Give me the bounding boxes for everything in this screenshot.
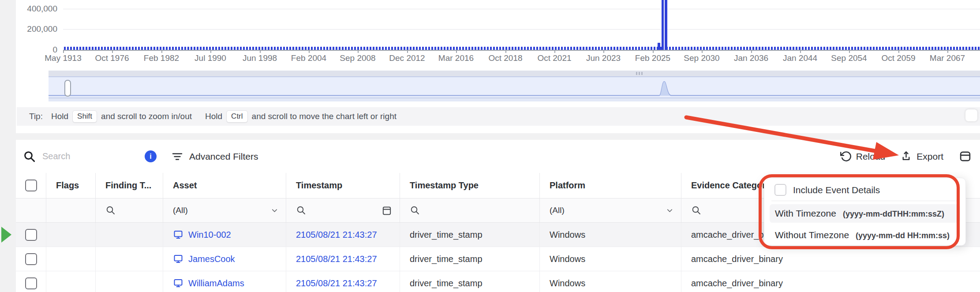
asset-cell[interactable]: WilliamAdams — [163, 271, 286, 292]
option-label: With Timezone — [775, 208, 836, 219]
timestamp-type-cell: driver_time_stamp — [400, 271, 540, 292]
select-all-checkbox[interactable] — [25, 180, 37, 191]
platform-value: Windows — [550, 230, 585, 240]
platform-cell: Windows — [540, 271, 681, 292]
column-header-platform[interactable]: Platform — [540, 173, 681, 198]
reload-label: Reload — [856, 151, 886, 162]
gridline-200k — [63, 29, 980, 30]
x-axis-label: Feb 2004 — [291, 53, 326, 63]
flags-cell — [46, 223, 96, 247]
asset-link[interactable]: JamesCook — [188, 254, 235, 264]
x-axis-tick — [63, 50, 64, 53]
x-axis-label: Feb 2025 — [635, 53, 670, 63]
filter-cell-timestamp-type[interactable] — [400, 198, 540, 222]
asset-cell[interactable]: JamesCook — [163, 247, 286, 271]
column-header-timestamp-type[interactable]: Timestamp Type — [400, 173, 540, 198]
column-header-finding-type[interactable]: Finding T... — [96, 173, 163, 198]
option-format-hint: (yyyy-mm-ddTHH:mm:ssZ) — [843, 210, 944, 219]
timestamp-type-value: driver_time_stamp — [410, 230, 483, 240]
asset-cell[interactable]: Win10-002 — [163, 223, 286, 247]
x-axis-tick — [849, 50, 850, 53]
asset-link[interactable]: WilliamAdams — [188, 278, 244, 288]
chart-scrollbar[interactable] — [49, 71, 980, 76]
shift-key-badge: Shift — [72, 110, 97, 123]
select-all-cell — [16, 173, 46, 198]
x-axis-label: Sep 2054 — [831, 53, 867, 63]
filter-cell-asset[interactable]: (All) — [163, 198, 286, 222]
reload-button[interactable]: Reload — [840, 150, 886, 162]
x-axis-tick — [554, 50, 555, 53]
info-icon[interactable]: i — [145, 150, 157, 162]
scrollbar-grip-icon[interactable] — [636, 72, 644, 75]
column-header-timestamp[interactable]: Timestamp — [286, 173, 400, 198]
timestamp-cell[interactable]: 2105/08/21 21:43:27 — [286, 247, 400, 271]
x-axis-tick — [260, 50, 261, 53]
tip-text: Hold — [51, 112, 68, 121]
x-axis-tick — [603, 50, 604, 53]
evidence-category-cell: amcache_driver_binary — [681, 247, 980, 271]
flags-cell — [46, 247, 96, 271]
x-axis-label: Sep 2008 — [340, 53, 375, 63]
include-event-details-option[interactable]: Include Event Details — [764, 178, 965, 201]
filter-cell-empty — [16, 198, 46, 222]
row-select-cell — [16, 247, 46, 271]
filter-cell-flags — [46, 198, 96, 222]
evidence-category-value: amcache_driver_binary — [691, 254, 783, 264]
app-screen: 400,000 200,000 0 — [0, 0, 980, 292]
x-axis-tick — [505, 50, 506, 53]
platform-filter-value: (All) — [550, 206, 565, 215]
tipbar-checkbox[interactable] — [965, 109, 977, 121]
x-axis-label: Mar 2016 — [438, 53, 474, 63]
ctrl-key-badge: Ctrl — [226, 110, 247, 123]
x-axis-label: Oct 1976 — [95, 53, 129, 63]
filter-icon — [171, 150, 183, 163]
histogram-baseline-bars — [64, 47, 980, 50]
timestamp-cell[interactable]: 2105/08/21 21:43:27 — [286, 223, 400, 247]
export-menu: Include Event Details With Timezone (yyy… — [764, 178, 966, 246]
current-row-marker-icon — [1, 227, 11, 243]
search-icon — [691, 205, 702, 216]
row-select-cell — [16, 271, 46, 292]
timestamp-cell[interactable]: 2105/08/21 21:43:27 — [286, 271, 400, 292]
x-axis-label: Oct 2021 — [537, 53, 571, 63]
flags-cell — [46, 271, 96, 292]
option-format-hint: (yyyy-mm-dd HH:mm:ss) — [856, 231, 950, 240]
filter-cell-timestamp[interactable] — [286, 198, 400, 222]
timeline-range-brush[interactable] — [49, 76, 980, 98]
table-row[interactable]: JamesCook 2105/08/21 21:43:27 driver_tim… — [16, 247, 980, 271]
row-checkbox[interactable] — [25, 253, 37, 265]
x-axis-tick — [112, 50, 113, 53]
column-header-asset[interactable]: Asset — [163, 173, 286, 198]
row-checkbox[interactable] — [25, 229, 37, 241]
export-button[interactable]: Export — [900, 150, 943, 162]
export-without-timezone-option[interactable]: Without Timezone (yyyy-mm-dd HH:mm:ss) — [770, 226, 960, 244]
export-with-timezone-option[interactable]: With Timezone (yyyy-mm-ddTHH:mm:ssZ) — [770, 204, 960, 223]
row-checkbox[interactable] — [25, 277, 37, 289]
advanced-filters-button[interactable]: Advanced Filters — [171, 150, 258, 163]
x-axis-label: Oct 2059 — [881, 53, 915, 63]
timeline-histogram[interactable]: 400,000 200,000 0 — [16, 0, 980, 71]
calendar-icon[interactable] — [381, 205, 393, 216]
x-axis-label: Jul 1990 — [195, 53, 226, 63]
x-axis-label: Jan 2036 — [734, 53, 768, 63]
brush-left-handle[interactable] — [64, 80, 71, 97]
timestamp-link[interactable]: 2105/08/21 21:43:27 — [296, 230, 377, 240]
timestamp-link[interactable]: 2105/08/21 21:43:27 — [296, 254, 377, 264]
x-axis-label: Mar 2067 — [930, 53, 965, 63]
x-axis-label: Jan 2044 — [783, 53, 817, 63]
x-axis-tick — [751, 50, 752, 53]
column-header-flags[interactable]: Flags — [46, 173, 96, 198]
asset-link[interactable]: Win10-002 — [188, 230, 231, 240]
toolbar-actions: Reload Export — [840, 140, 972, 173]
advanced-filters-label: Advanced Filters — [189, 151, 258, 162]
search-input[interactable] — [42, 151, 108, 161]
x-axis-tick — [358, 50, 359, 53]
finding-type-cell — [96, 247, 163, 271]
filter-cell-platform[interactable]: (All) — [540, 198, 681, 222]
table-row[interactable]: WilliamAdams 2105/08/21 21:43:27 driver_… — [16, 271, 980, 292]
x-axis-label: Feb 1982 — [144, 53, 179, 63]
include-event-details-checkbox[interactable] — [774, 184, 786, 196]
filter-cell-finding-type[interactable] — [96, 198, 163, 222]
layout-columns-button[interactable] — [958, 150, 972, 163]
timestamp-link[interactable]: 2105/08/21 21:43:27 — [296, 278, 377, 288]
